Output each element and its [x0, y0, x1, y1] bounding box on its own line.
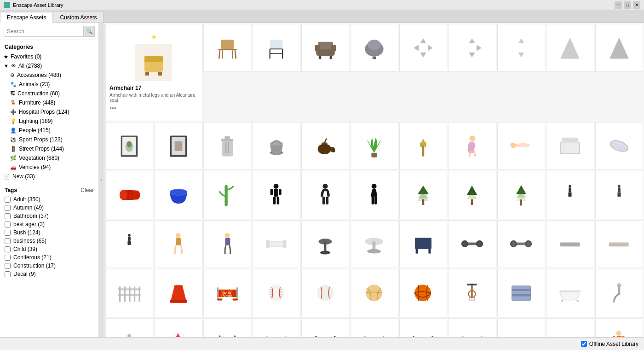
asset-cell-bed-beige2[interactable]	[448, 318, 496, 337]
asset-cell-sleeping-bag[interactable]	[105, 171, 153, 219]
tag-construction[interactable]: Construction (17)	[0, 262, 98, 270]
asset-cell[interactable]	[350, 24, 398, 72]
asset-cell-baseball2[interactable]	[301, 269, 349, 317]
tag-child[interactable]: Child (39)	[0, 245, 98, 253]
close-button[interactable]: ✕	[633, 1, 640, 9]
tag-construction-checkbox[interactable]	[5, 263, 11, 269]
sidebar-item-furniture[interactable]: 🪑 Furniture (448)	[0, 98, 98, 107]
sidebar-item-hospital[interactable]: ➕ Hospital Props (124)	[0, 107, 98, 117]
asset-cell[interactable]	[301, 24, 349, 72]
sidebar-item-construction[interactable]: 🏗 Construction (60)	[0, 89, 98, 98]
tab-custom-assets[interactable]: Custom Assets	[53, 12, 104, 23]
asset-cell-person-sil1[interactable]	[252, 171, 300, 219]
asset-cell-table-round1[interactable]	[301, 220, 349, 268]
asset-cell-barrier-white[interactable]	[252, 220, 300, 268]
tag-bathroom[interactable]: Bathroom (37)	[0, 212, 98, 220]
tag-best-ager-checkbox[interactable]	[5, 222, 11, 228]
asset-cell-triangle1[interactable]	[546, 24, 594, 72]
asset-cell-bowl-blue[interactable]	[154, 171, 202, 219]
tab-enscape-assets[interactable]: Enscape Assets	[0, 12, 53, 23]
search-button[interactable]: 🔍	[84, 26, 95, 37]
featured-asset-cell[interactable]: ★ Armchair 17 Armchair with metal legs a…	[105, 24, 202, 121]
sidebar-item-people[interactable]: 👤 People (415)	[0, 126, 98, 135]
asset-cell-cushion[interactable]	[595, 122, 643, 170]
asset-cell-person-lying[interactable]	[497, 122, 545, 170]
asset-cell-person-orange[interactable]	[595, 318, 643, 337]
asset-cell-arrow-right[interactable]	[448, 24, 496, 72]
asset-cell-bed-white[interactable]	[252, 318, 300, 337]
tag-child-checkbox[interactable]	[5, 246, 11, 252]
sidebar-item-sport[interactable]: ⚽ Sport Props (123)	[0, 135, 98, 144]
asset-cell-arrow-up[interactable]	[497, 24, 545, 72]
asset-cell-plant-aloe[interactable]	[350, 122, 398, 170]
tag-coniferous-checkbox[interactable]	[5, 255, 11, 261]
asset-cell-art1[interactable]	[105, 122, 153, 170]
asset-cell-baseball1[interactable]	[252, 269, 300, 317]
asset-cell-person-sil-sm2[interactable]	[595, 171, 643, 219]
asset-cell-barrier-beige[interactable]	[595, 220, 643, 268]
asset-cell-barbell1[interactable]	[448, 220, 496, 268]
tag-coniferous[interactable]: Coniferous (21)	[0, 253, 98, 262]
sidebar-item-animals[interactable]: 🐾 Animals (23)	[0, 80, 98, 89]
asset-cell-volleyball[interactable]	[350, 269, 398, 317]
tag-best-ager[interactable]: best ager (3)	[0, 220, 98, 228]
tag-adult[interactable]: Adult (350)	[0, 195, 98, 204]
tag-bush-checkbox[interactable]	[5, 230, 11, 236]
tag-bush[interactable]: Bush (124)	[0, 228, 98, 237]
asset-cell-person-sil2[interactable]	[301, 171, 349, 219]
sidebar-item-vehicles[interactable]: 🚗 Vehicles (94)	[0, 163, 98, 172]
tag-business[interactable]: business (65)	[0, 237, 98, 245]
tag-adult-checkbox[interactable]	[5, 197, 11, 203]
asset-cell-art2[interactable]	[154, 122, 202, 170]
asset-cell-teapot[interactable]	[301, 122, 349, 170]
asset-cell-towels[interactable]	[497, 269, 545, 317]
asset-cell-person-sil-sm3[interactable]	[105, 220, 153, 268]
asset-cell-road-barrier[interactable]	[154, 269, 202, 317]
asset-cell-trash[interactable]	[203, 122, 251, 170]
sidebar-item-accessories[interactable]: ⚙ Accessories (488)	[0, 70, 98, 80]
asset-cell-bathtub[interactable]	[546, 269, 594, 317]
asset-cell-bamboo[interactable]	[203, 171, 251, 219]
sidebar-item-street[interactable]: 🚦 Street Props (144)	[0, 144, 98, 153]
asset-cell-crib[interactable]	[546, 122, 594, 170]
offline-asset-checkbox[interactable]	[581, 341, 587, 347]
asset-cell-beachball[interactable]	[154, 318, 202, 337]
asset-cell-basketball[interactable]	[399, 269, 447, 317]
sidebar-item-all[interactable]: ▼ 👁 All (2788)	[0, 61, 98, 70]
tag-business-checkbox[interactable]	[5, 238, 11, 244]
asset-cell-bed-beige[interactable]	[350, 318, 398, 337]
asset-cell-barrier-gray[interactable]	[546, 220, 594, 268]
clear-tags-button[interactable]: Clear	[80, 187, 94, 193]
asset-cell-table-round2[interactable]	[350, 220, 398, 268]
asset-cell-person-sil-sm1[interactable]	[546, 171, 594, 219]
asset-cell-basketball-hoop[interactable]	[448, 269, 496, 317]
asset-cell-sink[interactable]	[105, 318, 153, 337]
asset-cell-person-sitting[interactable]	[448, 122, 496, 170]
asset-cell-bed-gray-dbl[interactable]	[399, 318, 447, 337]
sidebar-item-lighting[interactable]: 💡 Lighting (189)	[0, 117, 98, 126]
asset-cell-arrow-4way[interactable]	[399, 24, 447, 72]
tag-autumn-checkbox[interactable]	[5, 205, 11, 211]
asset-cell-tree2[interactable]	[448, 171, 496, 219]
asset-cell[interactable]	[203, 24, 251, 72]
asset-cell-picnic-table[interactable]	[497, 318, 545, 337]
asset-cell-fence[interactable]	[105, 269, 153, 317]
sidebar-item-new[interactable]: 📄 New (33)	[0, 172, 98, 181]
asset-cell-plant-tall[interactable]	[399, 122, 447, 170]
tag-bathroom-checkbox[interactable]	[5, 213, 11, 219]
tag-decal[interactable]: Decal (9)	[0, 270, 98, 278]
asset-cell-table-square[interactable]	[399, 220, 447, 268]
asset-cell-person-walk1[interactable]	[154, 220, 202, 268]
sidebar-collapse-button[interactable]: ‹	[99, 23, 104, 337]
sidebar-item-favorites[interactable]: ★ Favorites (0)	[0, 52, 98, 61]
asset-cell-person-sil3[interactable]	[350, 171, 398, 219]
minimize-button[interactable]: ─	[615, 1, 622, 9]
asset-cell-triangle2[interactable]	[595, 24, 643, 72]
asset-cell-tree3[interactable]	[497, 171, 545, 219]
tag-decal-checkbox[interactable]	[5, 271, 11, 277]
asset-cell-bed-blue-dbl[interactable]	[301, 318, 349, 337]
sidebar-item-vegetation[interactable]: 🌿 Vegetation (680)	[0, 153, 98, 163]
asset-cell-barbell2[interactable]	[497, 220, 545, 268]
asset-cell-road-closed[interactable]: ROAD CLOSED	[203, 269, 251, 317]
asset-cell-bucket[interactable]	[252, 122, 300, 170]
